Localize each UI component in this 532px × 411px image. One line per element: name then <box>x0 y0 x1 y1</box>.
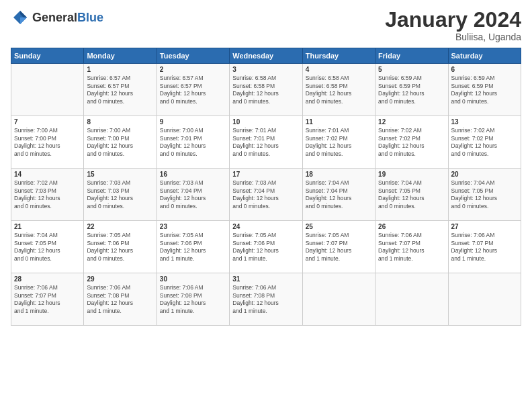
day-info: Sunrise: 7:05 AM Sunset: 7:06 PM Dayligh… <box>232 232 299 263</box>
table-row: 12Sunrise: 7:02 AM Sunset: 7:02 PM Dayli… <box>375 116 448 169</box>
day-number: 7 <box>14 118 81 126</box>
day-info: Sunrise: 7:03 AM Sunset: 7:03 PM Dayligh… <box>87 179 153 210</box>
calendar-week-row: 21Sunrise: 7:04 AM Sunset: 7:05 PM Dayli… <box>11 221 521 273</box>
logo: GeneralBlue <box>11 8 103 27</box>
day-info: Sunrise: 6:59 AM Sunset: 6:59 PM Dayligh… <box>378 75 445 105</box>
day-info: Sunrise: 7:02 AM Sunset: 7:03 PM Dayligh… <box>14 179 81 210</box>
table-row: 29Sunrise: 7:06 AM Sunset: 7:08 PM Dayli… <box>84 273 157 326</box>
day-number: 31 <box>232 275 299 283</box>
table-row: 3Sunrise: 6:58 AM Sunset: 6:58 PM Daylig… <box>230 64 302 116</box>
table-row: 1Sunrise: 6:57 AM Sunset: 6:57 PM Daylig… <box>84 64 157 116</box>
day-number: 4 <box>306 66 372 73</box>
table-row: 17Sunrise: 7:03 AM Sunset: 7:04 PM Dayli… <box>230 169 302 221</box>
day-number: 9 <box>160 118 226 126</box>
day-number: 30 <box>160 275 226 283</box>
day-number: 20 <box>451 171 518 178</box>
calendar-week-row: 14Sunrise: 7:02 AM Sunset: 7:03 PM Dayli… <box>11 169 521 221</box>
weekday-header-row: Sunday Monday Tuesday Wednesday Thursday… <box>11 48 521 64</box>
table-row: 10Sunrise: 7:01 AM Sunset: 7:01 PM Dayli… <box>230 116 302 169</box>
day-number: 18 <box>306 171 372 178</box>
day-info: Sunrise: 6:58 AM Sunset: 6:58 PM Dayligh… <box>232 75 299 105</box>
day-number: 6 <box>451 66 518 73</box>
day-info: Sunrise: 6:57 AM Sunset: 6:57 PM Dayligh… <box>160 75 226 105</box>
calendar-week-row: 1Sunrise: 6:57 AM Sunset: 6:57 PM Daylig… <box>11 64 521 116</box>
table-row: 14Sunrise: 7:02 AM Sunset: 7:03 PM Dayli… <box>11 169 84 221</box>
day-number: 13 <box>451 118 518 126</box>
day-info: Sunrise: 7:02 AM Sunset: 7:02 PM Dayligh… <box>451 127 518 158</box>
table-row: 15Sunrise: 7:03 AM Sunset: 7:03 PM Dayli… <box>84 169 157 221</box>
table-row: 16Sunrise: 7:03 AM Sunset: 7:04 PM Dayli… <box>157 169 229 221</box>
table-row: 2Sunrise: 6:57 AM Sunset: 6:57 PM Daylig… <box>157 64 229 116</box>
table-row: 5Sunrise: 6:59 AM Sunset: 6:59 PM Daylig… <box>375 64 448 116</box>
table-row: 21Sunrise: 7:04 AM Sunset: 7:05 PM Dayli… <box>11 221 84 273</box>
day-number: 8 <box>87 118 153 126</box>
svg-marker-2 <box>20 17 27 24</box>
table-row: 8Sunrise: 7:00 AM Sunset: 7:00 PM Daylig… <box>84 116 157 169</box>
header-thursday: Thursday <box>302 48 375 64</box>
day-number: 17 <box>232 171 299 178</box>
day-info: Sunrise: 7:01 AM Sunset: 7:01 PM Dayligh… <box>232 127 299 158</box>
day-number: 5 <box>378 66 445 73</box>
table-row: 28Sunrise: 7:06 AM Sunset: 7:07 PM Dayli… <box>11 273 84 326</box>
table-row: 19Sunrise: 7:04 AM Sunset: 7:05 PM Dayli… <box>375 169 448 221</box>
day-number: 24 <box>232 223 299 230</box>
day-number: 12 <box>378 118 445 126</box>
table-row: 7Sunrise: 7:00 AM Sunset: 7:00 PM Daylig… <box>11 116 84 169</box>
day-info: Sunrise: 7:06 AM Sunset: 7:08 PM Dayligh… <box>232 284 299 315</box>
day-number: 25 <box>306 223 372 230</box>
day-info: Sunrise: 7:00 AM Sunset: 7:00 PM Dayligh… <box>14 127 81 158</box>
table-row: 22Sunrise: 7:05 AM Sunset: 7:06 PM Dayli… <box>84 221 157 273</box>
day-number: 19 <box>378 171 445 178</box>
calendar-week-row: 7Sunrise: 7:00 AM Sunset: 7:00 PM Daylig… <box>11 116 521 169</box>
header-tuesday: Tuesday <box>157 48 229 64</box>
header-saturday: Saturday <box>448 48 521 64</box>
table-row: 30Sunrise: 7:06 AM Sunset: 7:08 PM Dayli… <box>157 273 229 326</box>
table-row: 4Sunrise: 6:58 AM Sunset: 6:58 PM Daylig… <box>302 64 375 116</box>
logo-text: GeneralBlue <box>32 11 103 25</box>
logo-blue: Blue <box>77 11 103 24</box>
day-number: 11 <box>306 118 372 126</box>
day-info: Sunrise: 7:06 AM Sunset: 7:07 PM Dayligh… <box>14 284 81 315</box>
generalblue-icon <box>11 8 30 27</box>
logo-general: General <box>32 11 77 24</box>
table-row: 18Sunrise: 7:04 AM Sunset: 7:04 PM Dayli… <box>302 169 375 221</box>
calendar-table: Sunday Monday Tuesday Wednesday Thursday… <box>11 48 521 326</box>
day-number: 27 <box>451 223 518 230</box>
table-row <box>302 273 375 326</box>
day-info: Sunrise: 7:06 AM Sunset: 7:07 PM Dayligh… <box>378 232 445 263</box>
day-info: Sunrise: 7:06 AM Sunset: 7:07 PM Dayligh… <box>451 232 518 263</box>
day-info: Sunrise: 7:04 AM Sunset: 7:05 PM Dayligh… <box>14 232 81 263</box>
day-info: Sunrise: 7:04 AM Sunset: 7:05 PM Dayligh… <box>378 179 445 210</box>
day-number: 28 <box>14 275 81 283</box>
day-info: Sunrise: 7:00 AM Sunset: 7:00 PM Dayligh… <box>87 127 153 158</box>
day-number: 14 <box>14 171 81 178</box>
table-row: 11Sunrise: 7:01 AM Sunset: 7:02 PM Dayli… <box>302 116 375 169</box>
table-row: 31Sunrise: 7:06 AM Sunset: 7:08 PM Dayli… <box>230 273 302 326</box>
day-number: 1 <box>87 66 153 73</box>
table-row <box>375 273 448 326</box>
day-info: Sunrise: 7:00 AM Sunset: 7:01 PM Dayligh… <box>160 127 226 158</box>
table-row: 13Sunrise: 7:02 AM Sunset: 7:02 PM Dayli… <box>448 116 521 169</box>
day-info: Sunrise: 7:01 AM Sunset: 7:02 PM Dayligh… <box>306 127 372 158</box>
day-number: 21 <box>14 223 81 230</box>
header: GeneralBlue January 2024 Buliisa, Uganda <box>11 8 521 42</box>
day-info: Sunrise: 7:05 AM Sunset: 7:07 PM Dayligh… <box>306 232 372 263</box>
day-number: 10 <box>232 118 299 126</box>
day-info: Sunrise: 7:04 AM Sunset: 7:05 PM Dayligh… <box>451 179 518 210</box>
table-row: 27Sunrise: 7:06 AM Sunset: 7:07 PM Dayli… <box>448 221 521 273</box>
month-title: January 2024 <box>385 8 521 32</box>
day-info: Sunrise: 7:05 AM Sunset: 7:06 PM Dayligh… <box>87 232 153 263</box>
day-number: 22 <box>87 223 153 230</box>
title-area: January 2024 Buliisa, Uganda <box>385 8 521 42</box>
day-info: Sunrise: 6:58 AM Sunset: 6:58 PM Dayligh… <box>306 75 372 105</box>
header-wednesday: Wednesday <box>230 48 302 64</box>
table-row <box>448 273 521 326</box>
table-row: 25Sunrise: 7:05 AM Sunset: 7:07 PM Dayli… <box>302 221 375 273</box>
day-number: 2 <box>160 66 226 73</box>
calendar-week-row: 28Sunrise: 7:06 AM Sunset: 7:07 PM Dayli… <box>11 273 521 326</box>
table-row: 20Sunrise: 7:04 AM Sunset: 7:05 PM Dayli… <box>448 169 521 221</box>
table-row <box>11 64 84 116</box>
table-row: 24Sunrise: 7:05 AM Sunset: 7:06 PM Dayli… <box>230 221 302 273</box>
day-info: Sunrise: 7:02 AM Sunset: 7:02 PM Dayligh… <box>378 127 445 158</box>
day-number: 15 <box>87 171 153 178</box>
